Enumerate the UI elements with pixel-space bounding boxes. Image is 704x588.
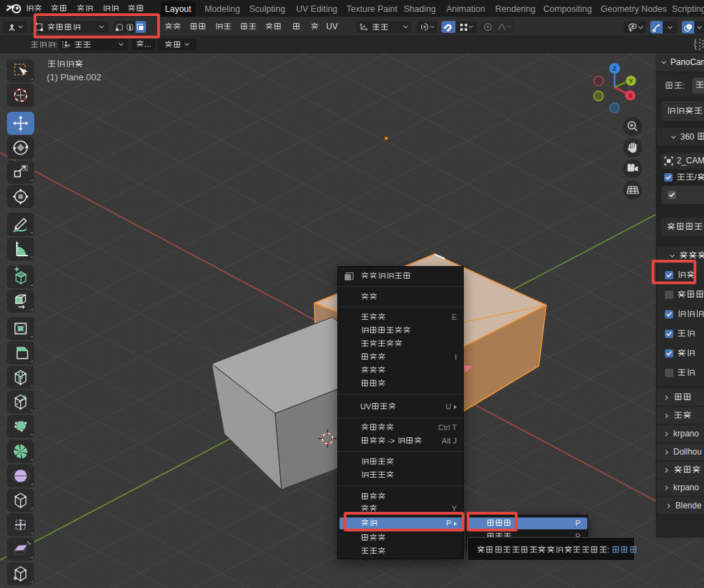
svg-text:X: X	[628, 92, 632, 99]
svg-text:Y: Y	[629, 78, 633, 84]
svg-text:Z: Z	[613, 65, 617, 72]
